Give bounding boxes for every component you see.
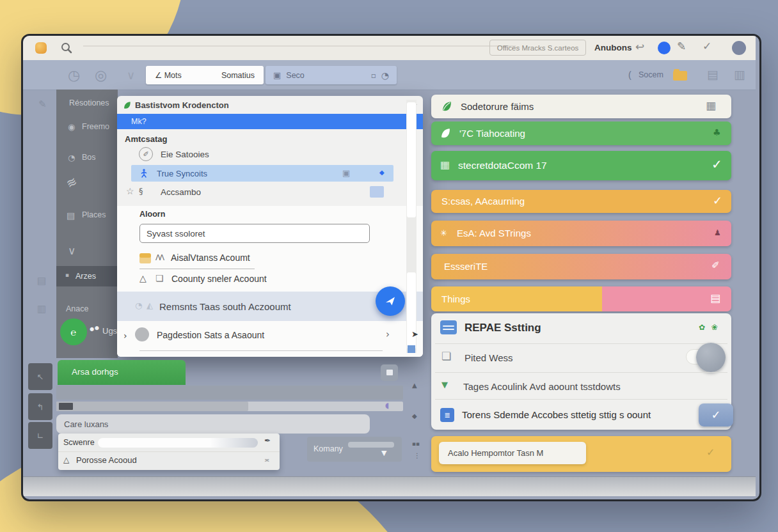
status-row-3[interactable]: ▦ stecretdotaCcom 17 ✓ [431,151,731,180]
view-segment[interactable]: ▣ Seco ▫ ◔ [266,66,397,84]
list-icon: ▤ [710,293,720,304]
tool-button-2[interactable]: ↰ [28,393,52,420]
toolbar-search-label[interactable]: Socem [639,70,663,79]
sidebar-item-bos[interactable]: Bos [82,153,96,162]
accsambo-badge [370,186,384,198]
kebab-icon[interactable]: ⋮ [414,453,420,459]
pencil-circle-icon: ✐ [139,147,153,161]
status-row-2[interactable]: '7C Tiahocating ♣ [431,121,731,145]
pited-wess-label[interactable]: Pited Wess [464,352,513,363]
sidebar-item-freemo[interactable]: Freemo [82,122,109,131]
app-dot-icon[interactable] [35,42,47,54]
search-icon[interactable] [60,42,73,54]
account-row-1[interactable]: AisalVtanss Acoumt [171,253,250,263]
list-icon-2[interactable]: ▥ [734,68,745,81]
status-row-5-label: EsA: Avd STrings [457,228,531,239]
pencil-icon[interactable]: ✎ [677,41,686,52]
account-input[interactable] [139,224,370,243]
tool-button-3[interactable]: ∟ [28,422,52,449]
status-row-4[interactable]: S:csas, AAcaurning ✓ [431,190,731,213]
confirm-check-button[interactable]: ✓ [699,403,733,426]
area-settings-header[interactable]: Arsa dorhgs [58,360,186,385]
target-icon[interactable]: ◎ [95,68,107,82]
pen-nib-icon: ✒ [264,437,271,444]
dialog-item-accsambo[interactable]: Accsambo [161,187,201,197]
list-icon: ▤ [67,211,75,220]
status-row-7[interactable]: Things ▤ [431,286,731,311]
care-row-label: Care luxans [64,419,108,429]
tages-label[interactable]: Tages Acoulink Avd aoount tsstdowts [463,381,621,392]
blue-dot-icon[interactable] [658,42,671,54]
chevron-right-icon-2[interactable]: › [386,330,390,340]
camera-chip-icon[interactable] [381,364,398,381]
clock-icon[interactable]: ◷ [68,68,80,82]
list-icon[interactable]: ▤ [707,68,718,81]
status-row-6-label: EssseriTE [444,261,488,272]
segment-right-label[interactable]: Somatius [221,71,255,80]
progress-track[interactable] [56,402,403,411]
corner-blue-chip [408,345,415,353]
check-icon[interactable]: ✓ [703,41,711,52]
area-settings-label: Arsa dorhgs [72,367,118,377]
server-input[interactable] [98,438,258,448]
leaf-icon [440,100,453,113]
sidebar-item-anace[interactable]: Anace [66,304,88,313]
account-row-2[interactable]: Coounty sneler Acoount [171,274,267,284]
panel-icon-2: ▥ [37,304,46,314]
status-row-1[interactable]: Sodetorure fäims ▦ [431,95,731,118]
selected-row[interactable]: Mk? [117,114,423,129]
dots-icon[interactable]: ▪▪ [412,441,420,447]
chevron-down-icon[interactable]: ∨ [127,70,135,81]
dial-icon[interactable]: ◔ [381,71,389,80]
wifi-icon[interactable]: ≋ [64,175,79,190]
app-window: Offices Mracks S.carteos Anubons ↩ ✎ ✓ ◷… [21,34,761,501]
account-row-4[interactable]: Pagdestion Sats a Asaount [157,330,264,340]
footer-action-row: Acalo Hempomtor Tasn M ✓ [431,436,731,472]
up-arrow-icon[interactable]: ▲ [412,382,417,389]
sidebar-item-arzes[interactable]: ▪ Arzes [56,266,118,286]
progress-thumb[interactable] [59,403,73,410]
repae-setting-label[interactable]: REPAE Sstting [464,322,541,334]
chevron-down-icon[interactable]: ∨ [68,246,75,256]
titlebar: Offices Mracks S.carteos Anubons ↩ ✎ ✓ [23,36,756,60]
torens-label[interactable]: Torens Sdemde Accobes sttetig sttig s oo… [462,409,651,420]
pawn-icon: ♟ [714,229,721,237]
search-scope-box[interactable]: Offices Mracks S.carteos [489,40,586,56]
cursor-arrow-icon [385,295,396,307]
chevron-down-icon: ▼ [381,450,386,457]
send-fab-button[interactable] [376,286,405,316]
chevron-dark-icon[interactable]: ➤ [411,330,418,338]
small-square-icon[interactable]: ▫ [371,72,376,79]
account-input-wrap [139,224,370,243]
diamond-icon[interactable]: ◆ [412,413,417,419]
toggle-knob[interactable] [696,343,726,372]
equals-icon: ≍ [264,457,269,464]
grid-icon: ▦ [440,160,450,170]
account-label[interactable]: Anubons [594,43,632,52]
footer-action-button[interactable]: Acalo Hempomtor Tasn M [439,442,586,464]
mode-segmented-control[interactable]: ∠ Mots Somatius [146,66,264,84]
tool-button-1[interactable]: ↖ [28,363,52,390]
scrollbar-thumb[interactable] [407,102,416,217]
blue-panel-icon [440,320,457,334]
dialog-item-syncoits[interactable]: True Syncoits ▣ ◆ [131,165,393,182]
user-avatar[interactable]: ℮ [60,318,87,345]
s-glyph-icon: § [139,187,143,195]
status-row-5[interactable]: ✳ EsA: Avd STrings ♟ [431,221,731,246]
care-row[interactable]: Care luxans [56,414,370,434]
people-icon: ΛΛ [155,253,163,262]
folder-icon[interactable] [673,71,687,81]
dialog-scrollbar[interactable] [406,100,417,353]
sidebar-item-places[interactable]: Places [82,210,106,219]
dialog-item-satooies[interactable]: Eie Satooies [161,150,209,159]
profile-circle-icon[interactable] [732,41,746,55]
company-dropdown[interactable]: Komany ▼ [307,437,402,462]
dropdown-value-bar [348,442,394,448]
reply-icon[interactable]: ↩ [635,42,644,52]
status-row-6[interactable]: EssseriTE ✐ [431,254,731,279]
triangle-icon: △ [63,456,69,464]
desktop: Offices Mracks S.carteos Anubons ↩ ✎ ✓ ◷… [0,0,778,532]
browse-account-item[interactable]: Porosse Acooud [76,455,137,465]
section-catalog-label: Amtcsatag [125,134,167,144]
dialog-item-label: True Syncoits [157,169,207,178]
